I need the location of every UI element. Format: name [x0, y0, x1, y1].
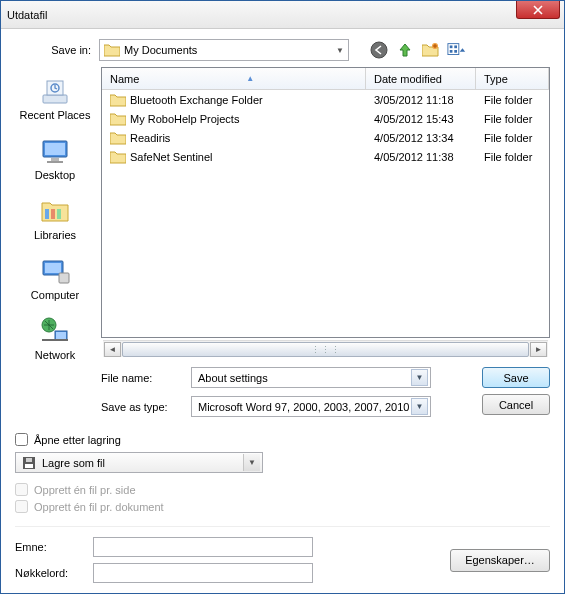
- save-in-value: My Documents: [124, 44, 197, 56]
- svg-rect-11: [45, 143, 65, 155]
- file-type: File folder: [476, 94, 549, 106]
- svg-rect-15: [51, 209, 55, 219]
- file-row[interactable]: SafeNet Sentinel4/05/2012 11:38File fold…: [102, 147, 549, 166]
- close-icon: [533, 5, 543, 15]
- cancel-button[interactable]: Cancel: [482, 394, 550, 415]
- folder-icon: [110, 150, 126, 164]
- filename-input[interactable]: About settings ▼: [191, 367, 431, 388]
- lagre-som-fil-dropdown[interactable]: Lagre som fil ▼: [15, 452, 263, 473]
- svg-point-0: [371, 42, 387, 58]
- chevron-down-icon: ▼: [336, 46, 344, 55]
- column-header-date[interactable]: Date modified: [366, 68, 476, 89]
- file-type: File folder: [476, 151, 549, 163]
- savetype-dropdown[interactable]: Microsoft Word 97, 2000, 2003, 2007, 201…: [191, 396, 431, 417]
- emne-input[interactable]: [93, 537, 313, 557]
- file-row[interactable]: Readiris4/05/2012 13:34File folder: [102, 128, 549, 147]
- new-folder-icon: [422, 42, 440, 58]
- place-libraries[interactable]: Libraries: [18, 191, 92, 245]
- new-folder-button[interactable]: [421, 40, 441, 60]
- svg-rect-19: [59, 273, 69, 283]
- file-row[interactable]: My RoboHelp Projects4/05/2012 15:43File …: [102, 109, 549, 128]
- place-network[interactable]: Network: [18, 311, 92, 365]
- file-date: 4/05/2012 15:43: [366, 113, 476, 125]
- file-name: Readiris: [130, 132, 170, 144]
- scroll-right-button[interactable]: ►: [530, 342, 547, 357]
- per-page-checkbox: [15, 483, 28, 496]
- svg-rect-3: [450, 45, 453, 48]
- view-menu-button[interactable]: [447, 40, 467, 60]
- place-computer[interactable]: Computer: [18, 251, 92, 305]
- file-name: My RoboHelp Projects: [130, 113, 239, 125]
- svg-rect-6: [454, 50, 457, 53]
- save-dialog: Utdatafil Save in: My Documents ▼: [0, 0, 565, 594]
- file-list: Name▲ Date modified Type Bluetooth Excha…: [101, 67, 550, 338]
- nokkelord-input[interactable]: [93, 563, 313, 583]
- savetype-label: Save as type:: [101, 401, 181, 413]
- titlebar: Utdatafil: [1, 1, 564, 29]
- svg-rect-26: [26, 458, 32, 462]
- computer-icon: [39, 255, 71, 287]
- nokkelord-label: Nøkkelord:: [15, 567, 85, 579]
- chevron-down-icon: ▼: [411, 398, 428, 415]
- open-after-checkbox[interactable]: [15, 433, 28, 446]
- svg-rect-4: [454, 45, 457, 48]
- libraries-icon: [39, 195, 71, 227]
- properties-button[interactable]: Egenskaper…: [450, 549, 550, 572]
- back-button[interactable]: [369, 40, 389, 60]
- save-button[interactable]: Save: [482, 367, 550, 388]
- place-desktop[interactable]: Desktop: [18, 131, 92, 185]
- view-icon: [447, 42, 467, 58]
- scroll-left-button[interactable]: ◄: [104, 342, 121, 357]
- folder-icon: [110, 131, 126, 145]
- svg-rect-14: [45, 209, 49, 219]
- svg-rect-18: [45, 263, 61, 273]
- svg-rect-12: [51, 158, 59, 161]
- emne-label: Emne:: [15, 541, 85, 553]
- up-button[interactable]: [395, 40, 415, 60]
- file-name: Bluetooth Exchange Folder: [130, 94, 263, 106]
- folder-icon: [110, 112, 126, 126]
- folder-icon: [110, 93, 126, 107]
- chevron-down-icon: ▼: [243, 454, 260, 471]
- column-header-type[interactable]: Type: [476, 68, 549, 89]
- horizontal-scrollbar[interactable]: ◄ ⋮⋮⋮ ►: [103, 340, 548, 357]
- file-date: 4/05/2012 11:38: [366, 151, 476, 163]
- per-document-label: Opprett én fil pr. dokument: [34, 501, 164, 513]
- svg-rect-13: [47, 161, 63, 163]
- recent-places-icon: [39, 75, 71, 107]
- places-bar: Recent Places Desktop Libraries Computer…: [15, 67, 95, 359]
- svg-rect-7: [43, 95, 67, 103]
- open-after-label: Åpne etter lagring: [34, 434, 121, 446]
- svg-rect-22: [56, 332, 66, 339]
- back-icon: [370, 41, 388, 59]
- scroll-thumb[interactable]: ⋮⋮⋮: [122, 342, 529, 357]
- chevron-down-icon: ▼: [411, 369, 428, 386]
- place-recent[interactable]: Recent Places: [18, 71, 92, 125]
- per-page-label: Opprett én fil pr. side: [34, 484, 136, 496]
- file-type: File folder: [476, 113, 549, 125]
- svg-rect-2: [448, 44, 459, 55]
- file-date: 3/05/2012 11:18: [366, 94, 476, 106]
- svg-rect-23: [42, 339, 68, 341]
- file-name: SafeNet Sentinel: [130, 151, 213, 163]
- folder-icon: [104, 43, 120, 57]
- close-button[interactable]: [516, 1, 560, 19]
- save-in-dropdown[interactable]: My Documents ▼: [99, 39, 349, 61]
- svg-rect-16: [57, 209, 61, 219]
- file-type: File folder: [476, 132, 549, 144]
- save-in-label: Save in:: [45, 44, 91, 56]
- svg-rect-5: [450, 50, 453, 53]
- svg-rect-25: [25, 464, 33, 468]
- save-floppy-icon: [22, 456, 36, 470]
- column-header-name[interactable]: Name▲: [102, 68, 366, 89]
- window-title: Utdatafil: [7, 9, 47, 21]
- desktop-icon: [39, 135, 71, 167]
- file-row[interactable]: Bluetooth Exchange Folder3/05/2012 11:18…: [102, 90, 549, 109]
- network-icon: [39, 315, 71, 347]
- up-icon: [397, 42, 413, 58]
- sort-asc-icon: ▲: [246, 74, 254, 83]
- filename-label: File name:: [101, 372, 181, 384]
- per-document-checkbox: [15, 500, 28, 513]
- file-date: 4/05/2012 13:34: [366, 132, 476, 144]
